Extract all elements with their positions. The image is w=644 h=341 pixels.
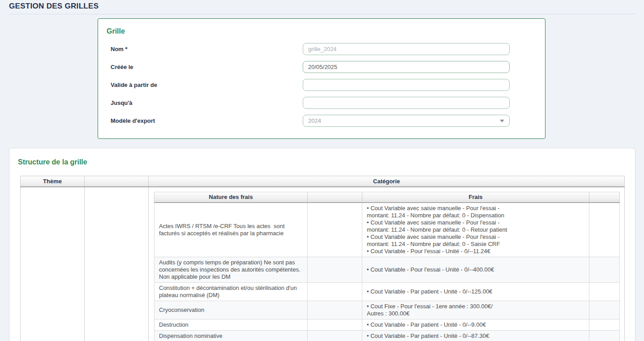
- valide-a-partir-de-label: Valide à partir de: [111, 82, 303, 88]
- jusqua-label: Jusqu'à: [111, 99, 303, 106]
- nom-input[interactable]: [303, 43, 510, 55]
- nom-label: Nom *: [111, 46, 303, 52]
- form-row-jusqua: Jusqu'à: [98, 97, 545, 109]
- empty-cell: [308, 203, 362, 257]
- creee-le-label: Créée le: [111, 64, 303, 70]
- nature-cell: Cryoconservation: [155, 301, 308, 319]
- empty-cell: [308, 283, 362, 301]
- end-cell: [589, 283, 620, 301]
- structure-panel-title: Structure de la grille: [9, 148, 635, 166]
- nature-cell: Audits (y compris temps de préparation) …: [155, 257, 308, 283]
- frais-cell: • Cout Variable avec saisie manuelle - P…: [362, 203, 589, 257]
- valide-a-partir-de-input[interactable]: [303, 79, 510, 91]
- frais-cell: • Cout Fixe - Pour l'essai - 1ere année …: [362, 301, 589, 319]
- end-cell: [589, 331, 620, 341]
- frais-cell: • Cout Variable - Par patient - Unité - …: [362, 319, 589, 331]
- modele-export-selected-value: 2024: [308, 117, 321, 124]
- table-row: Audits (y compris temps de préparation) …: [155, 257, 620, 283]
- structure-table: Thème Catégorie Nature des frais: [20, 176, 625, 341]
- outer-body-row: Nature des frais Frais Actes IWRS / RTSM…: [21, 187, 625, 341]
- title-separator: [9, 14, 635, 14]
- nature-des-frais-column-header: Nature des frais: [155, 192, 308, 203]
- inner-spacer-column-header: [308, 192, 362, 203]
- form-row-nom: Nom *: [98, 43, 545, 55]
- grille-form: Nom * Créée le Valide à partir de Jusqu'…: [98, 43, 545, 127]
- form-row-modele-export: Modèle d'export 2024: [98, 115, 545, 127]
- frais-table: Nature des frais Frais Actes IWRS / RTSM…: [154, 192, 620, 341]
- empty-cell: [308, 319, 362, 331]
- outer-header-row: Thème Catégorie: [21, 176, 625, 187]
- empty-cell: [308, 257, 362, 283]
- grille-form-panel: Grille Nom * Créée le Valide à partir de…: [98, 18, 545, 139]
- table-row: Constitution + décontamination et/ou sté…: [155, 283, 620, 301]
- table-row: Cryoconservation • Cout Fixe - Pour l'es…: [155, 301, 620, 319]
- inner-header-row: Nature des frais Frais: [155, 192, 620, 203]
- inner-end-column-header: [589, 192, 620, 203]
- categorie-cell: Nature des frais Frais Actes IWRS / RTSM…: [149, 187, 625, 341]
- modele-export-label: Modèle d'export: [111, 117, 303, 124]
- table-row: Dispensation nominative • Cout Variable …: [155, 331, 620, 341]
- end-cell: [589, 203, 620, 257]
- nature-cell: Dispensation nominative: [155, 331, 308, 341]
- modele-export-select[interactable]: 2024: [303, 115, 510, 127]
- form-row-creee-le: Créée le: [98, 61, 545, 73]
- table-row: Destruction • Cout Variable - Par patien…: [155, 319, 620, 331]
- empty-cell: [308, 301, 362, 319]
- jusqua-input[interactable]: [303, 97, 510, 109]
- empty-cell: [308, 331, 362, 341]
- theme-cell: [21, 187, 85, 341]
- structure-panel: Structure de la grille Thème Catégorie: [9, 148, 635, 341]
- form-row-valide-a-partir-de: Valide à partir de: [98, 79, 545, 91]
- categorie-column-header: Catégorie: [149, 176, 625, 187]
- theme-column-header: Thème: [21, 176, 85, 187]
- end-cell: [589, 301, 620, 319]
- grille-panel-title: Grille: [98, 19, 545, 35]
- spacer-cell: [85, 187, 149, 341]
- nature-cell: Constitution + décontamination et/ou sté…: [155, 283, 308, 301]
- frais-cell: • Cout Variable - Par patient - Unité - …: [362, 331, 589, 341]
- frais-cell: • Cout Variable - Pour l'essai - Unité -…: [362, 257, 589, 283]
- nature-cell: Actes IWRS / RTSM /e-CRF Tous les actes …: [155, 203, 308, 257]
- table-row: Actes IWRS / RTSM /e-CRF Tous les actes …: [155, 203, 620, 257]
- frais-column-header: Frais: [362, 192, 589, 203]
- end-cell: [589, 257, 620, 283]
- page-title: GESTION DES GRILLES: [9, 2, 99, 11]
- spacer-column-header: [85, 176, 149, 187]
- nature-cell: Destruction: [155, 319, 308, 331]
- end-cell: [589, 319, 620, 331]
- chevron-down-icon: [500, 120, 504, 122]
- creee-le-input[interactable]: [303, 61, 510, 73]
- frais-cell: • Cout Variable - Par patient - Unité - …: [362, 283, 589, 301]
